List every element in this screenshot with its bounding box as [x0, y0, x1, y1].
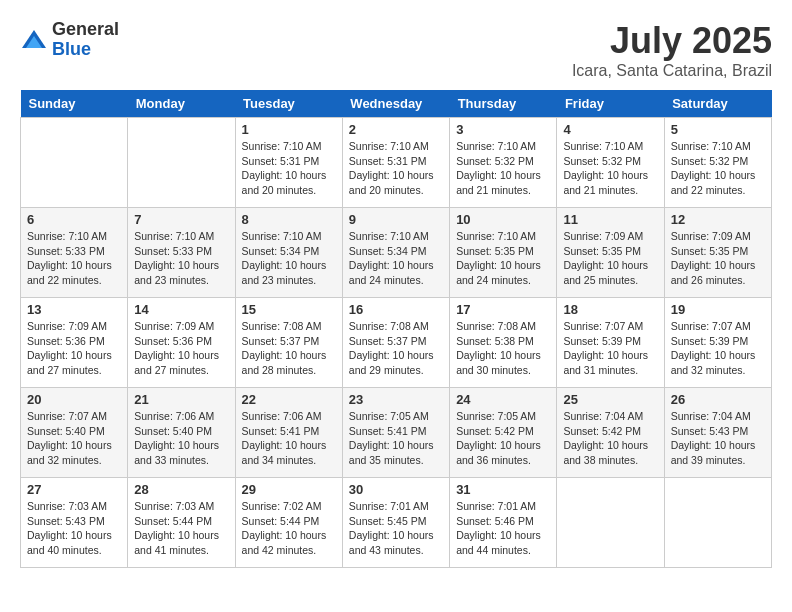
logo-text: General Blue [52, 20, 119, 60]
day-info: Sunrise: 7:10 AMSunset: 5:32 PMDaylight:… [563, 139, 657, 198]
day-info: Sunrise: 7:05 AMSunset: 5:42 PMDaylight:… [456, 409, 550, 468]
calendar-title: July 2025 [572, 20, 772, 62]
calendar-subtitle: Icara, Santa Catarina, Brazil [572, 62, 772, 80]
week-row-4: 20Sunrise: 7:07 AMSunset: 5:40 PMDayligh… [21, 388, 772, 478]
column-header-sunday: Sunday [21, 90, 128, 118]
calendar-cell: 5Sunrise: 7:10 AMSunset: 5:32 PMDaylight… [664, 118, 771, 208]
day-number: 12 [671, 212, 765, 227]
calendar-cell: 27Sunrise: 7:03 AMSunset: 5:43 PMDayligh… [21, 478, 128, 568]
calendar-cell: 26Sunrise: 7:04 AMSunset: 5:43 PMDayligh… [664, 388, 771, 478]
calendar-table: SundayMondayTuesdayWednesdayThursdayFrid… [20, 90, 772, 568]
day-number: 9 [349, 212, 443, 227]
day-number: 6 [27, 212, 121, 227]
day-info: Sunrise: 7:10 AMSunset: 5:34 PMDaylight:… [242, 229, 336, 288]
calendar-cell: 20Sunrise: 7:07 AMSunset: 5:40 PMDayligh… [21, 388, 128, 478]
day-number: 30 [349, 482, 443, 497]
day-number: 29 [242, 482, 336, 497]
day-info: Sunrise: 7:06 AMSunset: 5:40 PMDaylight:… [134, 409, 228, 468]
column-header-tuesday: Tuesday [235, 90, 342, 118]
calendar-cell [128, 118, 235, 208]
calendar-cell: 4Sunrise: 7:10 AMSunset: 5:32 PMDaylight… [557, 118, 664, 208]
calendar-cell: 9Sunrise: 7:10 AMSunset: 5:34 PMDaylight… [342, 208, 449, 298]
day-number: 28 [134, 482, 228, 497]
day-number: 14 [134, 302, 228, 317]
day-number: 25 [563, 392, 657, 407]
week-row-1: 1Sunrise: 7:10 AMSunset: 5:31 PMDaylight… [21, 118, 772, 208]
logo: General Blue [20, 20, 119, 60]
day-number: 1 [242, 122, 336, 137]
day-number: 26 [671, 392, 765, 407]
day-number: 27 [27, 482, 121, 497]
calendar-cell: 17Sunrise: 7:08 AMSunset: 5:38 PMDayligh… [450, 298, 557, 388]
day-info: Sunrise: 7:10 AMSunset: 5:32 PMDaylight:… [456, 139, 550, 198]
calendar-cell: 21Sunrise: 7:06 AMSunset: 5:40 PMDayligh… [128, 388, 235, 478]
day-number: 7 [134, 212, 228, 227]
day-info: Sunrise: 7:07 AMSunset: 5:40 PMDaylight:… [27, 409, 121, 468]
day-number: 31 [456, 482, 550, 497]
day-number: 15 [242, 302, 336, 317]
day-info: Sunrise: 7:10 AMSunset: 5:33 PMDaylight:… [134, 229, 228, 288]
day-info: Sunrise: 7:04 AMSunset: 5:43 PMDaylight:… [671, 409, 765, 468]
day-info: Sunrise: 7:05 AMSunset: 5:41 PMDaylight:… [349, 409, 443, 468]
day-info: Sunrise: 7:09 AMSunset: 5:35 PMDaylight:… [671, 229, 765, 288]
day-info: Sunrise: 7:10 AMSunset: 5:35 PMDaylight:… [456, 229, 550, 288]
column-header-monday: Monday [128, 90, 235, 118]
day-number: 23 [349, 392, 443, 407]
day-number: 17 [456, 302, 550, 317]
calendar-cell: 10Sunrise: 7:10 AMSunset: 5:35 PMDayligh… [450, 208, 557, 298]
day-number: 16 [349, 302, 443, 317]
calendar-cell: 25Sunrise: 7:04 AMSunset: 5:42 PMDayligh… [557, 388, 664, 478]
day-info: Sunrise: 7:09 AMSunset: 5:36 PMDaylight:… [27, 319, 121, 378]
day-info: Sunrise: 7:10 AMSunset: 5:33 PMDaylight:… [27, 229, 121, 288]
calendar-cell: 12Sunrise: 7:09 AMSunset: 5:35 PMDayligh… [664, 208, 771, 298]
day-info: Sunrise: 7:01 AMSunset: 5:46 PMDaylight:… [456, 499, 550, 558]
calendar-cell: 8Sunrise: 7:10 AMSunset: 5:34 PMDaylight… [235, 208, 342, 298]
calendar-cell: 7Sunrise: 7:10 AMSunset: 5:33 PMDaylight… [128, 208, 235, 298]
day-number: 18 [563, 302, 657, 317]
day-info: Sunrise: 7:06 AMSunset: 5:41 PMDaylight:… [242, 409, 336, 468]
calendar-cell: 18Sunrise: 7:07 AMSunset: 5:39 PMDayligh… [557, 298, 664, 388]
day-info: Sunrise: 7:08 AMSunset: 5:38 PMDaylight:… [456, 319, 550, 378]
day-info: Sunrise: 7:10 AMSunset: 5:31 PMDaylight:… [242, 139, 336, 198]
day-info: Sunrise: 7:04 AMSunset: 5:42 PMDaylight:… [563, 409, 657, 468]
calendar-cell [21, 118, 128, 208]
calendar-cell: 22Sunrise: 7:06 AMSunset: 5:41 PMDayligh… [235, 388, 342, 478]
header: General Blue July 2025 Icara, Santa Cata… [20, 20, 772, 80]
day-info: Sunrise: 7:07 AMSunset: 5:39 PMDaylight:… [563, 319, 657, 378]
day-info: Sunrise: 7:09 AMSunset: 5:35 PMDaylight:… [563, 229, 657, 288]
day-info: Sunrise: 7:01 AMSunset: 5:45 PMDaylight:… [349, 499, 443, 558]
column-header-thursday: Thursday [450, 90, 557, 118]
logo-general: General [52, 20, 119, 40]
calendar-cell: 29Sunrise: 7:02 AMSunset: 5:44 PMDayligh… [235, 478, 342, 568]
day-info: Sunrise: 7:03 AMSunset: 5:43 PMDaylight:… [27, 499, 121, 558]
day-number: 11 [563, 212, 657, 227]
calendar-cell: 6Sunrise: 7:10 AMSunset: 5:33 PMDaylight… [21, 208, 128, 298]
day-info: Sunrise: 7:10 AMSunset: 5:31 PMDaylight:… [349, 139, 443, 198]
calendar-cell: 2Sunrise: 7:10 AMSunset: 5:31 PMDaylight… [342, 118, 449, 208]
week-row-5: 27Sunrise: 7:03 AMSunset: 5:43 PMDayligh… [21, 478, 772, 568]
week-row-3: 13Sunrise: 7:09 AMSunset: 5:36 PMDayligh… [21, 298, 772, 388]
day-number: 13 [27, 302, 121, 317]
day-number: 3 [456, 122, 550, 137]
day-number: 20 [27, 392, 121, 407]
title-section: July 2025 Icara, Santa Catarina, Brazil [572, 20, 772, 80]
calendar-cell: 28Sunrise: 7:03 AMSunset: 5:44 PMDayligh… [128, 478, 235, 568]
day-info: Sunrise: 7:10 AMSunset: 5:32 PMDaylight:… [671, 139, 765, 198]
logo-blue: Blue [52, 40, 119, 60]
day-number: 2 [349, 122, 443, 137]
day-number: 8 [242, 212, 336, 227]
calendar-cell: 19Sunrise: 7:07 AMSunset: 5:39 PMDayligh… [664, 298, 771, 388]
day-number: 4 [563, 122, 657, 137]
week-row-2: 6Sunrise: 7:10 AMSunset: 5:33 PMDaylight… [21, 208, 772, 298]
calendar-cell: 31Sunrise: 7:01 AMSunset: 5:46 PMDayligh… [450, 478, 557, 568]
day-number: 19 [671, 302, 765, 317]
day-number: 10 [456, 212, 550, 227]
calendar-cell: 13Sunrise: 7:09 AMSunset: 5:36 PMDayligh… [21, 298, 128, 388]
calendar-cell [664, 478, 771, 568]
calendar-cell: 15Sunrise: 7:08 AMSunset: 5:37 PMDayligh… [235, 298, 342, 388]
calendar-cell: 11Sunrise: 7:09 AMSunset: 5:35 PMDayligh… [557, 208, 664, 298]
calendar-cell: 14Sunrise: 7:09 AMSunset: 5:36 PMDayligh… [128, 298, 235, 388]
calendar-cell: 30Sunrise: 7:01 AMSunset: 5:45 PMDayligh… [342, 478, 449, 568]
calendar-cell: 1Sunrise: 7:10 AMSunset: 5:31 PMDaylight… [235, 118, 342, 208]
calendar-cell: 3Sunrise: 7:10 AMSunset: 5:32 PMDaylight… [450, 118, 557, 208]
